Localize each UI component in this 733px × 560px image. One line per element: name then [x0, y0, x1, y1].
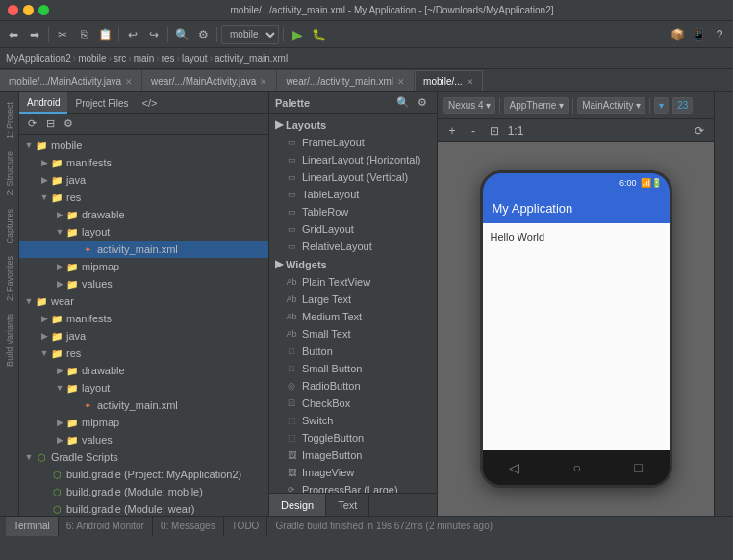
palette-item-linearlayout-v[interactable]: ▭ LinearLayout (Vertical) [269, 168, 437, 186]
palette-item-smalltext[interactable]: Ab Small Text [269, 325, 437, 343]
palette-section-widgets[interactable]: ▶ Widgets [269, 255, 437, 273]
breadcrumb-main[interactable]: main [134, 53, 155, 64]
refresh-icon[interactable]: ⟳ [691, 122, 708, 140]
paste-button[interactable]: 📋 [95, 25, 114, 44]
palette-item-gridlayout[interactable]: ▭ GridLayout [269, 220, 437, 238]
tree-item-wear-drawable[interactable]: ▶ 📁 drawable [19, 362, 268, 379]
tree-item-wear-values[interactable]: ▶ 📁 values [19, 431, 268, 448]
close-button[interactable] [8, 5, 18, 15]
tree-item-build-gradle-wear[interactable]: ⬡ build.gradle (Module: wear) [19, 500, 268, 516]
code-view-tab[interactable]: </> [136, 92, 163, 114]
tree-item-wear-mipmap[interactable]: ▶ 📁 mipmap [19, 414, 268, 431]
collapse-all-button[interactable]: ⊟ [41, 115, 59, 133]
palette-item-plaintextview[interactable]: Ab Plain TextView [269, 273, 437, 291]
palette-item-mediumtext[interactable]: Ab Medium Text [269, 308, 437, 325]
actual-size-icon[interactable]: 1:1 [507, 122, 524, 140]
settings-button[interactable]: ⚙ [193, 25, 213, 44]
activity-dropdown[interactable]: MainActivity ▾ [577, 97, 645, 114]
project-files-tab[interactable]: Project Files [67, 92, 136, 114]
tree-item-wear-layout[interactable]: ▼ 📁 layout [19, 379, 268, 396]
messages-tab[interactable]: 0: Messages [153, 517, 224, 536]
structure-tool-window[interactable]: 2: Structure [3, 145, 16, 202]
palette-settings-button[interactable]: ⚙ [414, 94, 431, 112]
tab-close-icon[interactable]: ✕ [467, 77, 474, 87]
palette-item-linearlayout-h[interactable]: ▭ LinearLayout (Horizontal) [269, 151, 437, 168]
tree-item-build-gradle-project[interactable]: ⬡ build.gradle (Project: MyApplication2) [19, 466, 268, 483]
tree-item-wear-java[interactable]: ▶ 📁 java [19, 327, 268, 344]
tree-item-manifests[interactable]: ▶ 📁 manifests [19, 154, 268, 171]
settings-button[interactable]: ⚙ [60, 115, 77, 133]
tree-item-wear-manifests[interactable]: ▶ 📁 manifests [19, 310, 268, 327]
redo-button[interactable]: ↪ [144, 25, 164, 44]
palette-item-checkbox[interactable]: ☑ CheckBox [269, 395, 437, 412]
tree-item-java[interactable]: ▶ 📁 java [19, 171, 268, 189]
tree-item-drawable[interactable]: ▶ 📁 drawable [19, 206, 268, 223]
favorites-tool-window[interactable]: 2: Favorites [3, 250, 16, 307]
nexus-dropdown[interactable]: Nexus 4 ▾ [443, 97, 495, 114]
breadcrumb-res[interactable]: res [162, 53, 175, 64]
palette-item-largetext[interactable]: Ab Large Text [269, 291, 437, 308]
zoom-in-icon[interactable]: + [443, 122, 461, 140]
window-controls[interactable] [8, 5, 49, 15]
tree-item-layout[interactable]: ▼ 📁 layout [19, 223, 268, 241]
breadcrumb-layout[interactable]: layout [182, 53, 208, 64]
palette-item-relativelayout[interactable]: ▭ RelativeLayout [269, 238, 437, 255]
tree-item-values[interactable]: ▶ 📁 values [19, 275, 268, 293]
tree-item-wear[interactable]: ▼ 📁 wear [19, 293, 268, 310]
android-monitor-tab[interactable]: 6: Android Monitor [59, 517, 153, 536]
tree-item-build-gradle-mobile[interactable]: ⬡ build.gradle (Module: mobile) [19, 483, 268, 500]
tree-item-mipmap[interactable]: ▶ 📁 mipmap [19, 258, 268, 275]
tab-close-icon[interactable]: ✕ [260, 77, 267, 87]
theme-dropdown[interactable]: AppTheme ▾ [504, 97, 569, 114]
project-tool-window[interactable]: 1: Project [3, 96, 16, 144]
tab-close-icon[interactable]: ✕ [125, 77, 133, 87]
minimize-button[interactable] [23, 5, 34, 15]
tab-mainactivity-mobile[interactable]: mobile/.../MainActivity.java ✕ [0, 70, 141, 91]
palette-item-smallbutton[interactable]: □ Small Button [269, 360, 437, 377]
api-dropdown[interactable]: ▾ [654, 97, 669, 114]
text-tab[interactable]: Text [326, 494, 369, 516]
palette-item-switch[interactable]: ⬚ Switch [269, 412, 437, 429]
zoom-out-icon[interactable]: - [465, 122, 482, 140]
forward-button[interactable]: ➡ [25, 25, 44, 44]
build-variants-tool-window[interactable]: Build Variants [3, 308, 16, 372]
palette-section-layouts[interactable]: ▶ Layouts [269, 115, 437, 134]
palette-item-radiobutton[interactable]: ◎ RadioButton [269, 377, 437, 395]
device-dropdown[interactable]: mobile [221, 25, 279, 44]
tree-item-gradle-scripts[interactable]: ▼ ⬡ Gradle Scripts [19, 448, 268, 466]
breadcrumb-myapplication2[interactable]: MyApplication2 [6, 53, 71, 64]
cut-button[interactable]: ✂ [53, 25, 72, 44]
sdk-manager-button[interactable]: 📦 [668, 25, 687, 44]
palette-item-tablerow[interactable]: ▭ TableRow [269, 203, 437, 220]
palette-item-imagebutton[interactable]: 🖼 ImageButton [269, 446, 437, 464]
tree-item-wear-activity-main-xml[interactable]: ✦ activity_main.xml [19, 396, 268, 414]
fit-screen-icon[interactable]: ⊡ [486, 122, 503, 140]
search-button[interactable]: 🔍 [172, 25, 191, 44]
tree-item-mobile[interactable]: ▼ 📁 mobile [19, 137, 268, 154]
help-button[interactable]: ? [710, 25, 729, 44]
palette-item-progressbar-large[interactable]: ⟳ ProgressBar (Large) [269, 481, 437, 493]
tab-activity-main-wear[interactable]: wear/.../activity_main.xml ✕ [277, 70, 414, 91]
maximize-button[interactable] [38, 5, 49, 15]
palette-item-togglebutton[interactable]: ⬚ ToggleButton [269, 429, 437, 446]
avd-manager-button[interactable]: 📱 [689, 25, 708, 44]
back-button[interactable]: ⬅ [4, 25, 23, 44]
undo-button[interactable]: ↩ [123, 25, 142, 44]
breadcrumb-src[interactable]: src [114, 53, 126, 64]
todo-tab[interactable]: TODO [224, 517, 268, 536]
copy-button[interactable]: ⎘ [74, 25, 93, 44]
debug-button[interactable]: 🐛 [309, 25, 328, 44]
palette-item-button[interactable]: □ Button [269, 343, 437, 360]
android-tab[interactable]: Android [19, 92, 67, 114]
tab-activity-main-mobile[interactable]: mobile/... ✕ [415, 70, 483, 91]
sync-button[interactable]: ⟳ [23, 115, 40, 133]
api-level[interactable]: 23 [672, 97, 693, 114]
palette-item-framelayout[interactable]: ▭ FrameLayout [269, 134, 437, 151]
palette-search-button[interactable]: 🔍 [394, 94, 412, 112]
tab-mainactivity-wear[interactable]: wear/.../MainActivity.java ✕ [142, 70, 276, 91]
tab-close-icon[interactable]: ✕ [397, 77, 405, 87]
run-button[interactable]: ▶ [288, 25, 307, 44]
tree-item-wear-res[interactable]: ▼ 📁 res [19, 344, 268, 362]
terminal-tab[interactable]: Terminal [6, 517, 59, 536]
palette-item-imageview[interactable]: 🖼 ImageView [269, 464, 437, 481]
